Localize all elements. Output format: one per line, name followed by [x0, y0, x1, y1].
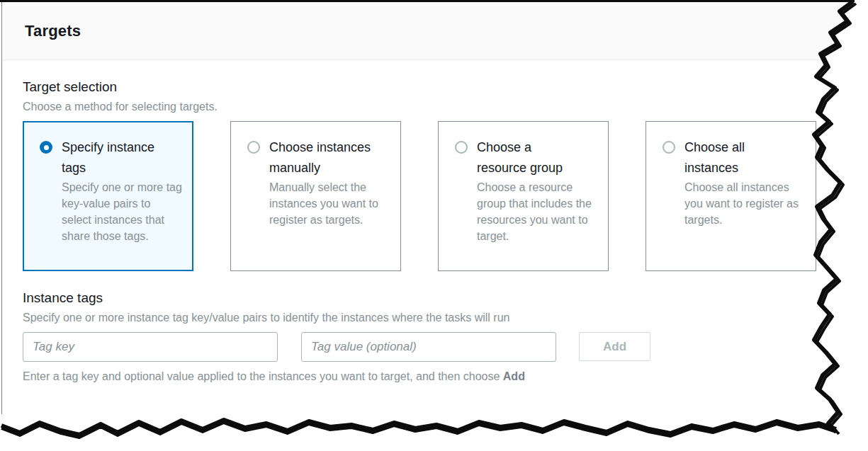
radio-unselected-icon[interactable]: [247, 141, 260, 154]
option-card-specify-instance-tags[interactable]: Specify instance tags Specify one or mor…: [23, 121, 193, 271]
option-card-text: Choose instances manually Manually selec…: [269, 137, 390, 228]
radio-unselected-icon[interactable]: [455, 141, 468, 154]
target-selection-section: Target selection Choose a method for sel…: [23, 79, 852, 271]
option-card-text: Specify instance tags Specify one or mor…: [62, 137, 182, 244]
option-card-text: Choose a resource group Choose a resourc…: [477, 137, 597, 244]
option-card-choose-instances-manually[interactable]: Choose instances manually Manually selec…: [230, 121, 401, 271]
screenshot-page: Targets Target selection Choose a method…: [0, 0, 868, 451]
instance-tags-section: Instance tags Specify one or more instan…: [23, 290, 852, 384]
option-label: Choose a resource group: [477, 137, 585, 178]
option-label: Choose all instances: [684, 137, 792, 178]
instance-tags-heading: Instance tags: [23, 290, 852, 307]
panel-body: Target selection Choose a method for sel…: [2, 60, 852, 384]
tag-input-row: Add: [23, 332, 852, 362]
option-description: Choose a resource group that includes th…: [477, 179, 597, 244]
panel-header: Targets: [2, 2, 852, 60]
tag-helper-text-emphasis: Add: [503, 370, 525, 382]
tag-key-input[interactable]: [23, 332, 278, 362]
tag-helper-text: Enter a tag key and optional value appli…: [23, 369, 852, 384]
option-description: Choose all instances you want to registe…: [684, 179, 805, 228]
targets-panel: Targets Target selection Choose a method…: [1, 2, 852, 414]
panel-title: Targets: [25, 22, 81, 40]
option-description: Manually select the instances you want t…: [269, 179, 390, 228]
tag-value-input[interactable]: [301, 332, 556, 362]
option-label: Choose instances manually: [269, 137, 377, 178]
radio-selected-icon[interactable]: [40, 141, 52, 154]
add-button[interactable]: Add: [579, 332, 650, 361]
instance-tags-description: Specify one or more instance tag key/val…: [23, 310, 852, 325]
target-selection-options: Specify instance tags Specify one or mor…: [23, 121, 852, 271]
option-label: Specify instance tags: [62, 137, 169, 178]
option-card-text: Choose all instances Choose all instance…: [684, 137, 805, 228]
tag-helper-text-body: Enter a tag key and optional value appli…: [23, 370, 500, 382]
option-description: Specify one or more tag key-value pairs …: [62, 179, 182, 244]
target-selection-heading: Target selection: [23, 79, 852, 96]
radio-unselected-icon[interactable]: [663, 141, 675, 154]
target-selection-description: Choose a method for selecting targets.: [23, 99, 852, 114]
option-card-choose-resource-group[interactable]: Choose a resource group Choose a resourc…: [438, 121, 609, 271]
option-card-choose-all-instances[interactable]: Choose all instances Choose all instance…: [646, 121, 816, 271]
